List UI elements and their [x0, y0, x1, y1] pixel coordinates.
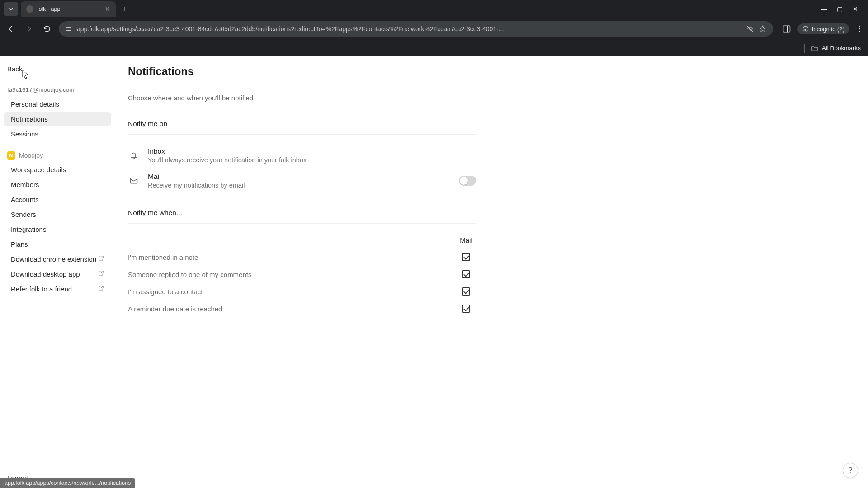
help-button[interactable]: ? [843, 463, 858, 478]
chevron-down-icon [8, 6, 14, 12]
when-label: A reminder due date is reached [128, 305, 222, 313]
browser-toolbar: app.folk.app/settings/ccaa7ca2-3ce3-4001… [0, 18, 868, 40]
account-email: fa9c1617@moodjoy.com [0, 84, 115, 97]
workspace-badge: M [7, 151, 15, 160]
when-header: Mail [128, 232, 476, 249]
new-tab-button[interactable]: + [118, 5, 131, 14]
sidebar-item-label: Download desktop app [11, 270, 80, 278]
sidebar-item-notifications[interactable]: Notifications [4, 112, 111, 126]
sidebar-item-sessions[interactable]: Sessions [4, 127, 111, 141]
workspace-header: M Moodjoy [0, 145, 115, 162]
when-row-mentioned: I'm mentioned in a note [128, 249, 476, 266]
status-bar: app.folk.app/apps/contacts/network/.../n… [0, 478, 135, 488]
reload-icon [43, 25, 51, 33]
tab-strip: folk - app ✕ + — ▢ ✕ [0, 0, 868, 18]
bookmarks-divider [804, 44, 805, 53]
sidebar-item-plans[interactable]: Plans [4, 237, 111, 251]
all-bookmarks-button[interactable]: All Bookmarks [811, 45, 861, 52]
tab-search-dropdown[interactable] [4, 2, 18, 16]
when-row-assigned: I'm assigned to a contact [128, 283, 476, 300]
bell-icon [128, 151, 140, 160]
external-link-icon [98, 285, 104, 291]
arrow-right-icon [25, 25, 33, 33]
all-bookmarks-label: All Bookmarks [822, 45, 861, 52]
app-root: Back fa9c1617@moodjoy.com Personal detai… [0, 56, 868, 488]
svg-point-4 [859, 26, 860, 27]
notify-on-heading: Notify me on [128, 120, 855, 128]
sidebar-divider [0, 80, 115, 80]
window-controls: — ▢ ✕ [821, 5, 864, 13]
sidebar-item-members[interactable]: Members [4, 178, 111, 192]
reload-button[interactable] [41, 23, 53, 35]
site-settings-icon[interactable] [65, 25, 72, 33]
sidebar-item-label: Download chrome extension [11, 255, 96, 263]
mail-column-header: Mail [456, 236, 476, 244]
section-divider [128, 223, 476, 224]
browser-chrome: folk - app ✕ + — ▢ ✕ app.folk.app/settin… [0, 0, 868, 56]
inbox-desc: You'll always receive your notification … [148, 156, 307, 164]
checkbox-replied[interactable] [462, 270, 470, 278]
workspace-name: Moodjoy [19, 152, 43, 159]
kebab-menu-icon[interactable] [855, 25, 863, 33]
browser-tab[interactable]: folk - app ✕ [21, 1, 116, 17]
close-icon[interactable]: ✕ [105, 5, 110, 13]
when-label: I'm mentioned in a note [128, 253, 198, 261]
folder-icon [811, 45, 818, 52]
maximize-icon[interactable]: ▢ [837, 5, 843, 13]
sidebar-item-integrations[interactable]: Integrations [4, 222, 111, 236]
svg-point-6 [859, 31, 860, 32]
incognito-chip[interactable]: Incognito (2) [797, 23, 849, 34]
when-row-replied: Someone replied to one of my comments [128, 266, 476, 283]
external-link-icon [98, 270, 104, 277]
toolbar-right: Incognito (2) [778, 23, 863, 34]
mail-toggle[interactable] [459, 176, 476, 186]
close-window-icon[interactable]: ✕ [853, 5, 858, 13]
sidebar-item-senders[interactable]: Senders [4, 207, 111, 221]
sidebar-item-desktop-app[interactable]: Download desktop app [4, 267, 111, 281]
svg-rect-1 [66, 30, 71, 31]
incognito-icon [802, 25, 809, 33]
eye-off-icon[interactable] [746, 25, 754, 33]
checkbox-mentioned[interactable] [462, 253, 470, 261]
settings-content: Notifications Choose where and when you'… [115, 56, 868, 488]
external-link-icon [98, 255, 104, 262]
svg-point-5 [859, 28, 860, 30]
checkbox-reminder[interactable] [462, 305, 470, 313]
checkbox-assigned[interactable] [462, 287, 470, 296]
sidebar-item-workspace-details[interactable]: Workspace details [4, 163, 111, 177]
sidebar-item-accounts[interactable]: Accounts [4, 192, 111, 206]
channel-inbox: Inbox You'll always receive your notific… [128, 143, 476, 168]
side-panel-icon[interactable] [782, 24, 791, 33]
incognito-label: Incognito (2) [812, 26, 844, 33]
when-row-reminder: A reminder due date is reached [128, 300, 476, 317]
section-divider [128, 134, 476, 135]
sidebar-item-chrome-extension[interactable]: Download chrome extension [4, 252, 111, 266]
bookmarks-bar: All Bookmarks [0, 40, 868, 56]
svg-rect-0 [66, 27, 71, 28]
page-title: Notifications [128, 65, 855, 78]
sidebar-item-personal-details[interactable]: Personal details [4, 97, 111, 111]
back-button[interactable]: Back [7, 65, 22, 73]
channel-mail: Mail Receive my notifications by email [128, 168, 476, 193]
mail-title: Mail [148, 173, 245, 181]
svg-rect-2 [783, 26, 790, 32]
toggle-knob [460, 177, 468, 185]
notify-when-heading: Notify me when... [128, 209, 855, 217]
when-label: Someone replied to one of my comments [128, 271, 251, 278]
mail-icon [128, 176, 140, 185]
tab-favicon [26, 5, 33, 13]
forward-nav-button[interactable] [23, 23, 35, 35]
arrow-left-icon [7, 25, 15, 33]
when-label: I'm assigned to a contact [128, 288, 203, 296]
url-bar[interactable]: app.folk.app/settings/ccaa7ca2-3ce3-4001… [59, 21, 773, 37]
sidebar-item-refer[interactable]: Refer folk to a friend [4, 282, 111, 296]
star-icon[interactable] [759, 25, 767, 33]
minimize-icon[interactable]: — [821, 5, 827, 13]
inbox-title: Inbox [148, 147, 307, 155]
notify-when-table: Mail I'm mentioned in a note Someone rep… [128, 232, 476, 317]
back-nav-button[interactable] [5, 23, 17, 35]
sidebar-item-label: Refer folk to a friend [11, 285, 72, 293]
page-subtitle: Choose where and when you'll be notified [128, 94, 855, 102]
settings-sidebar: Back fa9c1617@moodjoy.com Personal detai… [0, 56, 115, 488]
url-text: app.folk.app/settings/ccaa7ca2-3ce3-4001… [77, 25, 741, 33]
